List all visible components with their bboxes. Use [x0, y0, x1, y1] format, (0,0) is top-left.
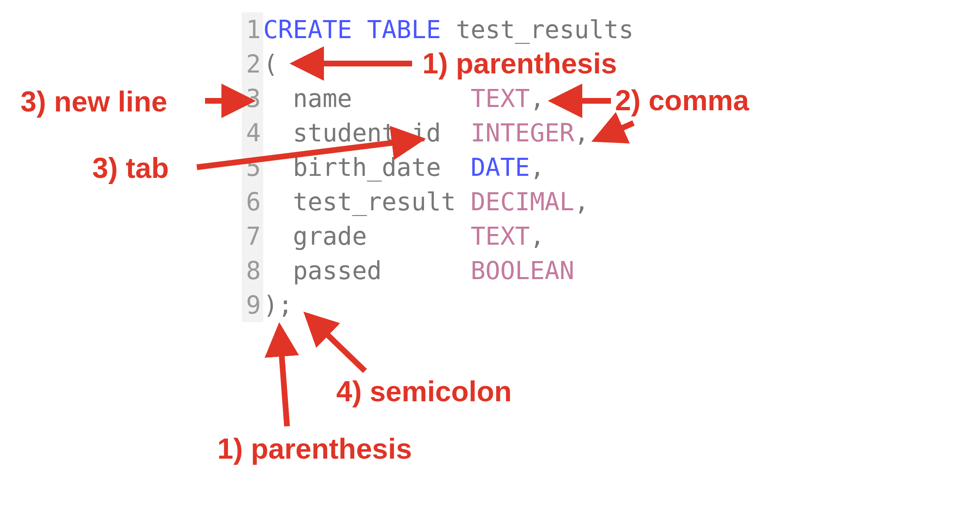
code-token: BOOLEAN	[471, 256, 574, 285]
code-token: ,	[530, 222, 545, 250]
code-token: passed	[263, 256, 471, 285]
line-number: 4	[242, 116, 263, 150]
line-number: 3	[242, 81, 263, 116]
code-token	[441, 15, 456, 44]
code-token: grade	[263, 222, 471, 250]
code-token: TABLE	[367, 15, 441, 44]
code-token: ,	[574, 118, 589, 147]
code-token	[352, 15, 367, 44]
code-line: 3 name TEXT,	[242, 81, 634, 116]
line-number: 1	[242, 12, 263, 47]
code-text: (	[263, 47, 278, 81]
annotation-parenthesis-bottom: 1) parenthesis	[217, 434, 412, 463]
code-line: 7 grade TEXT,	[242, 219, 634, 253]
code-line: 5 birth_date DATE,	[242, 150, 634, 184]
code-text: CREATE TABLE test_results	[263, 12, 634, 47]
code-line: 4 student_id INTEGER,	[242, 116, 634, 150]
code-token: test_result	[263, 187, 471, 216]
code-token: test_results	[456, 15, 634, 44]
annotation-parenthesis-top: 1) parenthesis	[422, 49, 617, 78]
diagram-stage: 1CREATE TABLE test_results2(3 name TEXT,…	[0, 0, 980, 523]
code-text: grade TEXT,	[263, 219, 545, 253]
code-token: student_id	[263, 118, 471, 147]
arrow-parenthesis-bottom	[280, 328, 287, 426]
annotation-tab: 3) tab	[92, 154, 169, 182]
code-text: passed BOOLEAN	[263, 253, 574, 288]
annotation-comma: 2) comma	[615, 86, 749, 115]
line-number: 6	[242, 184, 263, 219]
code-token: (	[263, 50, 278, 78]
code-token: name	[263, 84, 471, 113]
code-text: );	[263, 288, 293, 322]
code-token: DECIMAL	[471, 187, 574, 216]
code-line: 1CREATE TABLE test_results	[242, 12, 634, 47]
line-number: 5	[242, 150, 263, 184]
code-token: ,	[530, 153, 545, 182]
code-text: name TEXT,	[263, 81, 545, 116]
code-text: birth_date DATE,	[263, 150, 545, 184]
code-token: DATE	[471, 153, 530, 182]
code-text: test_result DECIMAL,	[263, 184, 589, 219]
code-line: 9);	[242, 288, 634, 322]
line-number: 9	[242, 288, 263, 322]
code-line: 8 passed BOOLEAN	[242, 253, 634, 288]
code-token: INTEGER	[471, 118, 574, 147]
line-number: 7	[242, 219, 263, 253]
code-line: 6 test_result DECIMAL,	[242, 184, 634, 219]
annotation-new-line: 3) new line	[21, 87, 167, 116]
code-text: student_id INTEGER,	[263, 116, 589, 150]
line-number: 2	[242, 47, 263, 81]
code-token: ,	[530, 84, 545, 113]
code-token: TEXT	[471, 84, 530, 113]
annotation-semicolon: 4) semicolon	[336, 377, 512, 406]
code-token: CREATE	[263, 15, 352, 44]
arrow-semicolon	[308, 316, 365, 371]
line-number: 8	[242, 253, 263, 288]
code-token: ,	[574, 187, 589, 216]
code-token: );	[263, 291, 293, 319]
code-token: TEXT	[471, 222, 530, 250]
code-token: birth_date	[263, 153, 471, 182]
